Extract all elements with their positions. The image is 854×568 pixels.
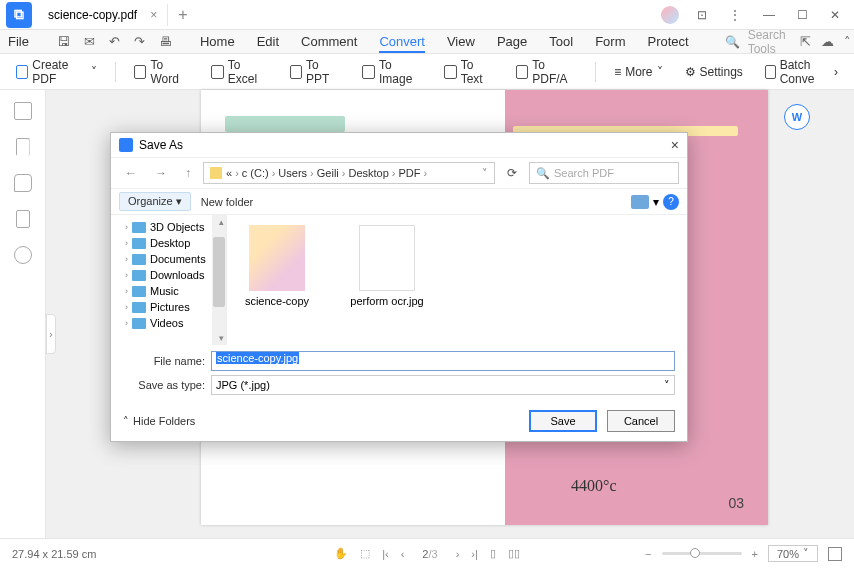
- breadcrumb-item[interactable]: Users: [278, 167, 307, 179]
- nav-back-button[interactable]: ←: [119, 164, 143, 182]
- comments-icon[interactable]: [14, 174, 32, 192]
- search-icon: 🔍: [536, 167, 550, 180]
- menu-convert[interactable]: Convert: [379, 34, 425, 53]
- first-page-button[interactable]: |‹: [382, 548, 389, 560]
- nav-forward-button[interactable]: →: [149, 164, 173, 182]
- dialog-nav: ← → ↑ «›c (C:)›Users›Geili›Desktop›PDF› …: [111, 157, 687, 189]
- document-tab[interactable]: science-copy.pdf ×: [38, 4, 168, 26]
- hand-tool-icon[interactable]: ✋: [334, 547, 348, 560]
- user-avatar-icon[interactable]: [661, 6, 679, 24]
- close-tab-icon[interactable]: ×: [150, 8, 157, 22]
- fit-page-icon[interactable]: [828, 547, 842, 561]
- more-button[interactable]: ≡More˅: [606, 62, 670, 82]
- tree-scrollbar[interactable]: ▴ ▾: [212, 215, 226, 345]
- tree-item-documents[interactable]: ›Documents: [111, 251, 226, 267]
- tree-item-music[interactable]: ›Music: [111, 283, 226, 299]
- view-mode-button[interactable]: [631, 195, 649, 209]
- share-icon[interactable]: ⇱: [800, 34, 811, 49]
- to-ppt-button[interactable]: To PPT: [282, 55, 349, 89]
- search-box[interactable]: 🔍 Search PDF: [529, 162, 679, 184]
- page-indicator[interactable]: 2/3: [416, 548, 443, 560]
- zoom-value[interactable]: 70% ˅: [768, 545, 818, 562]
- maximize-button[interactable]: ☐: [793, 6, 812, 24]
- cancel-button[interactable]: Cancel: [607, 410, 675, 432]
- save-button[interactable]: Save: [529, 410, 597, 432]
- bookmarks-icon[interactable]: [16, 138, 30, 156]
- to-word-button[interactable]: To Word: [126, 55, 197, 89]
- prev-page-button[interactable]: ‹: [401, 548, 405, 560]
- settings-button[interactable]: ⚙Settings: [677, 55, 751, 89]
- menu-edit[interactable]: Edit: [257, 34, 279, 49]
- menu-tool[interactable]: Tool: [549, 34, 573, 49]
- tree-item-desktop[interactable]: ›Desktop: [111, 235, 226, 251]
- next-page-button[interactable]: ›: [456, 548, 460, 560]
- savetype-select[interactable]: JPG (*.jpg) ˅: [211, 375, 675, 395]
- file-area[interactable]: science-copyperform ocr.jpg: [227, 215, 687, 345]
- menu-comment[interactable]: Comment: [301, 34, 357, 49]
- save-icon[interactable]: 🖫: [57, 34, 70, 49]
- scroll-up-icon[interactable]: ▴: [219, 217, 224, 227]
- create-pdf-button[interactable]: Create PDF ˅: [8, 55, 105, 89]
- organize-button[interactable]: Organize ▾: [119, 192, 191, 211]
- thumbnails-icon[interactable]: [14, 102, 32, 120]
- add-tab-button[interactable]: +: [168, 6, 197, 24]
- refresh-button[interactable]: ⟳: [501, 164, 523, 182]
- hide-folders-button[interactable]: ˄ Hide Folders: [123, 415, 195, 428]
- close-window-button[interactable]: ✕: [826, 6, 844, 24]
- file-item[interactable]: perform ocr.jpg: [347, 225, 427, 307]
- titlebar: ⧉ science-copy.pdf × + ⊡ ⋮ ― ☐ ✕: [0, 0, 854, 30]
- search-panel-icon[interactable]: [14, 246, 32, 264]
- breadcrumb-item[interactable]: Geili: [317, 167, 339, 179]
- tree-item-videos[interactable]: ›Videos: [111, 315, 226, 331]
- breadcrumb-item[interactable]: Desktop: [348, 167, 388, 179]
- redo-icon[interactable]: ↷: [134, 34, 145, 49]
- mail-icon[interactable]: ✉: [84, 34, 95, 49]
- breadcrumb[interactable]: «›c (C:)›Users›Geili›Desktop›PDF› ˅: [203, 162, 495, 184]
- menu-home[interactable]: Home: [200, 34, 235, 49]
- new-folder-button[interactable]: New folder: [201, 196, 254, 208]
- filename-input[interactable]: science-copy.jpg: [211, 351, 675, 371]
- minimize-button[interactable]: ―: [759, 6, 779, 24]
- attachments-icon[interactable]: [16, 210, 30, 228]
- zoom-handle[interactable]: [690, 548, 700, 558]
- print-icon[interactable]: 🖶: [159, 34, 172, 49]
- menu-page[interactable]: Page: [497, 34, 527, 49]
- dialog-close-button[interactable]: ×: [671, 137, 679, 153]
- scroll-down-icon[interactable]: ▾: [219, 333, 224, 343]
- cloud-icon[interactable]: ☁: [821, 34, 834, 49]
- tree-item-downloads[interactable]: ›Downloads: [111, 267, 226, 283]
- file-item[interactable]: science-copy: [237, 225, 317, 307]
- menu-view[interactable]: View: [447, 34, 475, 49]
- breadcrumb-dropdown-icon[interactable]: ˅: [482, 167, 488, 180]
- chevron-down-icon[interactable]: ▾: [653, 195, 659, 209]
- word-badge-icon[interactable]: W: [784, 104, 810, 130]
- last-page-button[interactable]: ›|: [471, 548, 478, 560]
- to-pdfa-button[interactable]: To PDF/A: [508, 55, 586, 89]
- kebab-menu-icon[interactable]: ⋮: [725, 6, 745, 24]
- zoom-out-button[interactable]: −: [645, 548, 651, 560]
- nav-up-button[interactable]: ↑: [179, 164, 197, 182]
- menu-protect[interactable]: Protect: [647, 34, 688, 49]
- menu-form[interactable]: Form: [595, 34, 625, 49]
- batch-convert-button[interactable]: Batch Conve›: [757, 55, 846, 89]
- collapse-icon[interactable]: ˄: [844, 34, 851, 49]
- two-page-icon[interactable]: ▯▯: [508, 547, 520, 560]
- breadcrumb-item[interactable]: c (C:): [242, 167, 269, 179]
- tree-item-pictures[interactable]: ›Pictures: [111, 299, 226, 315]
- zoom-slider[interactable]: [662, 552, 742, 555]
- to-excel-button[interactable]: To Excel: [203, 55, 275, 89]
- to-image-button[interactable]: To Image: [354, 55, 430, 89]
- menu-file[interactable]: File: [8, 34, 29, 49]
- select-tool-icon[interactable]: ⬚: [360, 547, 370, 560]
- notification-icon[interactable]: ⊡: [693, 6, 711, 24]
- help-icon[interactable]: ?: [663, 194, 679, 210]
- folder-tree[interactable]: ›3D Objects›Desktop›Documents›Downloads›…: [111, 215, 227, 345]
- to-text-button[interactable]: To Text: [436, 55, 502, 89]
- breadcrumb-item[interactable]: PDF: [398, 167, 420, 179]
- scroll-thumb[interactable]: [213, 237, 225, 307]
- single-page-icon[interactable]: ▯: [490, 547, 496, 560]
- undo-icon[interactable]: ↶: [109, 34, 120, 49]
- zoom-in-button[interactable]: +: [752, 548, 758, 560]
- tree-item-3d-objects[interactable]: ›3D Objects: [111, 219, 226, 235]
- search-tools-placeholder[interactable]: Search Tools: [748, 28, 786, 56]
